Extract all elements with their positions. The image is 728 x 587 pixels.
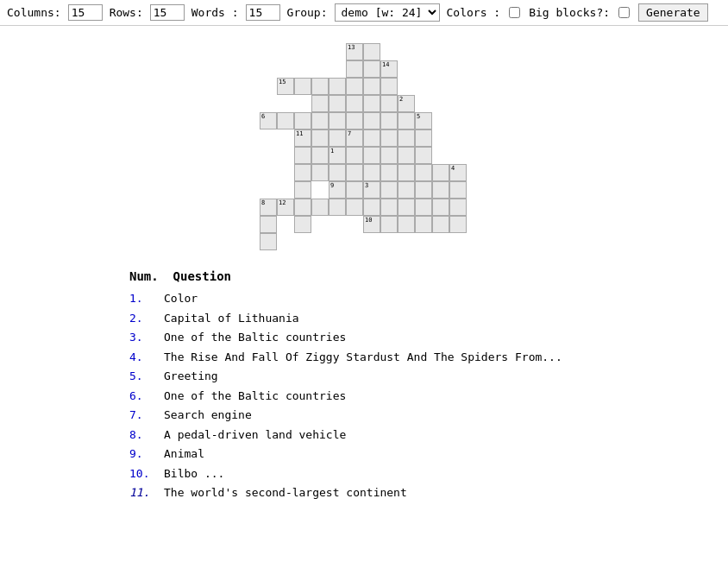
crossword-cell[interactable] [415,129,432,147]
crossword-cell[interactable] [449,216,467,233]
crossword-cell[interactable] [432,199,449,216]
crossword-cell[interactable] [346,164,363,181]
crossword-cell[interactable]: 10 [363,216,380,233]
crossword-cell[interactable] [363,78,380,95]
crossword-cell[interactable]: 9 [329,181,346,199]
crossword-cell[interactable] [432,181,449,199]
clue-text: A pedal-driven land vehicle [164,426,346,444]
crossword-cell[interactable] [380,216,398,233]
crossword-cell[interactable] [432,164,449,181]
crossword-cell[interactable] [346,112,363,129]
crossword-cell[interactable] [380,199,398,216]
crossword-cell[interactable] [294,181,311,199]
crossword-cell[interactable] [294,147,311,164]
crossword-cell[interactable] [260,216,277,233]
rows-input[interactable] [150,4,185,21]
crossword-cell[interactable]: 13 [346,43,363,60]
crossword-cell[interactable] [363,147,380,164]
crossword-cell[interactable] [311,129,329,147]
crossword-cell[interactable] [346,60,363,78]
crossword-cell[interactable] [311,199,329,216]
crossword-cell[interactable] [398,216,415,233]
crossword-cell[interactable] [311,78,329,95]
crossword-cell[interactable]: 12 [277,199,294,216]
crossword-cell[interactable] [294,78,311,95]
crossword-cell[interactable] [380,181,398,199]
crossword-cell[interactable] [380,95,398,112]
crossword-cell[interactable] [294,216,311,233]
crossword-cell[interactable] [346,199,363,216]
clue-text: Animal [164,445,204,463]
crossword-cell[interactable] [311,147,329,164]
crossword-cell[interactable] [294,164,311,181]
crossword-cell[interactable] [311,164,329,181]
clue-row: 9.Animal [129,445,711,463]
crossword-cell[interactable] [432,216,449,233]
crossword-cell[interactable] [380,78,398,95]
crossword-cell[interactable] [363,199,380,216]
crossword-cell[interactable] [346,78,363,95]
crossword-cell[interactable]: 3 [363,181,380,199]
crossword-cell[interactable] [346,181,363,199]
colors-checkbox[interactable] [509,7,520,18]
crossword-cell[interactable] [294,112,311,129]
crossword-cell[interactable] [346,147,363,164]
crossword-cell[interactable] [398,181,415,199]
crossword-cell[interactable] [415,216,432,233]
crossword-cell[interactable]: 2 [398,95,415,112]
crossword-cell[interactable]: 5 [415,112,432,129]
generate-button[interactable]: Generate [638,3,708,22]
crossword-cell[interactable] [449,199,467,216]
crossword-cell[interactable]: 14 [380,60,398,78]
crossword-cell[interactable] [294,199,311,216]
crossword-cell[interactable] [363,164,380,181]
cell-number: 6 [261,114,265,120]
crossword-cell[interactable] [311,112,329,129]
crossword-cell[interactable] [398,112,415,129]
crossword-cell[interactable] [363,112,380,129]
crossword-cell[interactable] [329,95,346,112]
crossword-cell[interactable] [415,164,432,181]
crossword-cell[interactable] [398,147,415,164]
words-label: Words : [191,6,239,19]
crossword-cell[interactable] [380,164,398,181]
crossword-cell[interactable] [329,164,346,181]
crossword-cell[interactable] [380,112,398,129]
group-select[interactable]: demo [w: 24] [335,3,440,22]
crossword-cell[interactable]: 8 [260,199,277,216]
crossword-cell[interactable]: 7 [346,129,363,147]
clue-text: Color [164,290,198,307]
columns-input[interactable] [68,4,103,21]
crossword-cell[interactable] [415,181,432,199]
words-input[interactable] [246,4,280,21]
crossword-cell[interactable] [363,60,380,78]
crossword-cell[interactable] [277,112,294,129]
crossword-cell[interactable]: 6 [260,112,277,129]
crossword-cell[interactable] [329,129,346,147]
bigblocks-checkbox[interactable] [618,7,630,18]
crossword-cell[interactable] [415,199,432,216]
crossword-cell[interactable] [329,199,346,216]
crossword-cell[interactable] [260,233,277,250]
crossword-cell[interactable] [363,129,380,147]
crossword-cell[interactable] [398,129,415,147]
crossword-cell[interactable] [329,78,346,95]
crossword-cell[interactable]: 4 [449,164,467,181]
crossword-cell[interactable] [398,164,415,181]
clue-text: One of the Baltic countries [164,388,346,405]
crossword-cell[interactable]: 11 [294,129,311,147]
clue-row: 10.Bilbo ... [129,465,711,483]
crossword-cell[interactable]: 15 [277,78,294,95]
crossword-cell[interactable] [380,147,398,164]
crossword-cell[interactable] [329,112,346,129]
crossword-cell[interactable] [346,95,363,112]
crossword-cell[interactable] [398,199,415,216]
crossword-cell[interactable] [311,95,329,112]
crossword-cell[interactable] [449,181,467,199]
crossword-cell[interactable]: 1 [329,147,346,164]
crossword-cell[interactable] [380,129,398,147]
crossword-cell[interactable] [415,147,432,164]
clue-row: 6.One of the Baltic countries [129,388,711,405]
crossword-cell[interactable] [363,95,380,112]
crossword-cell[interactable] [363,43,380,60]
